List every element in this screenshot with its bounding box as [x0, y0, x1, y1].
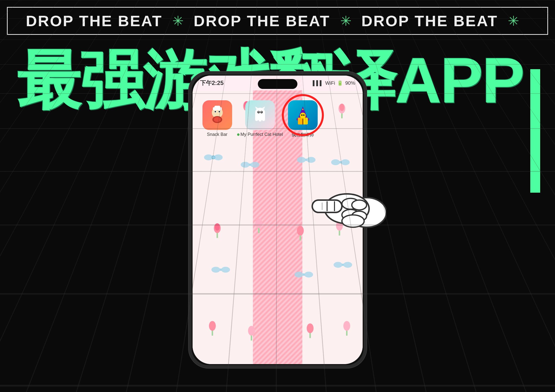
svg-point-41 [339, 161, 342, 164]
svg-point-78 [301, 114, 303, 116]
svg-point-89 [342, 215, 364, 227]
svg-point-34 [250, 162, 259, 168]
svg-point-18 [297, 226, 304, 236]
svg-point-86 [352, 200, 367, 210]
svg-point-44 [219, 268, 222, 271]
svg-point-79 [303, 114, 305, 116]
new-indicator [237, 133, 240, 136]
svg-point-16 [255, 218, 262, 228]
banner-text-2: DROP THE BEAT [194, 12, 330, 30]
cathotel-icon [245, 100, 275, 130]
banner-text-1: DROP THE BEAT [26, 12, 163, 30]
svg-point-64 [258, 111, 259, 112]
svg-point-22 [209, 321, 216, 331]
svg-point-47 [302, 273, 305, 276]
svg-point-70 [262, 118, 265, 121]
translator-icon [288, 100, 318, 130]
svg-point-38 [305, 159, 307, 161]
svg-point-28 [343, 321, 350, 331]
svg-point-46 [304, 272, 313, 278]
svg-rect-57 [214, 106, 220, 108]
hand-pointer [307, 180, 386, 235]
svg-point-36 [297, 157, 306, 163]
svg-point-42 [211, 267, 220, 273]
svg-point-32 [212, 156, 215, 159]
svg-point-49 [343, 262, 352, 268]
svg-point-69 [259, 119, 262, 122]
svg-point-33 [241, 162, 249, 168]
svg-point-40 [341, 159, 350, 165]
svg-point-24 [248, 326, 255, 336]
battery-icon: 🔋 [337, 80, 343, 86]
wifi-icon: WiFi [325, 80, 335, 86]
svg-point-48 [333, 262, 342, 268]
cathotel-label: My Purrfect Cat Hotel [237, 132, 283, 137]
svg-point-55 [219, 111, 220, 112]
signal-bars-icon: ▌▌▌ [313, 80, 323, 86]
star-icon-2: ✳ [340, 13, 352, 29]
svg-rect-75 [298, 118, 303, 124]
star-icon-3: ✳ [508, 13, 519, 29]
status-bar: 下午2:25 ▌▌▌ WiFi 🔋 90% [193, 76, 363, 90]
snackbar-icon [202, 100, 232, 130]
svg-rect-76 [302, 118, 303, 124]
svg-point-26 [307, 323, 313, 333]
svg-point-54 [215, 111, 216, 112]
svg-point-77 [300, 113, 306, 119]
star-icon-1: ✳ [172, 13, 184, 29]
dynamic-island [258, 79, 297, 89]
top-banner: DROP THE BEAT ✳ DROP THE BEAT ✳ DROP THE… [7, 7, 548, 35]
translator-label: 疯狂翻译师 [292, 132, 314, 138]
app-snackbar[interactable]: Snack Bar [202, 100, 232, 137]
svg-point-14 [215, 223, 220, 231]
svg-point-68 [255, 118, 258, 121]
phone-mockup: 下午2:25 ▌▌▌ WiFi 🔋 90% [189, 72, 367, 368]
status-time: 下午2:25 [200, 79, 224, 87]
status-icons: ▌▌▌ WiFi 🔋 90% [313, 80, 355, 86]
svg-point-35 [249, 164, 251, 166]
svg-point-50 [341, 264, 344, 266]
svg-point-45 [294, 272, 303, 278]
app-cathotel[interactable]: My Purrfect Cat Hotel [237, 100, 283, 137]
snackbar-label: Snack Bar [207, 132, 227, 137]
svg-point-59 [214, 117, 221, 122]
svg-point-65 [261, 111, 262, 112]
battery-percent: 90% [345, 80, 355, 86]
app-translator[interactable]: 疯狂翻译师 [288, 100, 318, 138]
banner-text-3: DROP THE BEAT [361, 12, 498, 30]
svg-point-39 [331, 159, 340, 165]
svg-point-37 [307, 157, 315, 163]
svg-point-43 [221, 267, 230, 273]
